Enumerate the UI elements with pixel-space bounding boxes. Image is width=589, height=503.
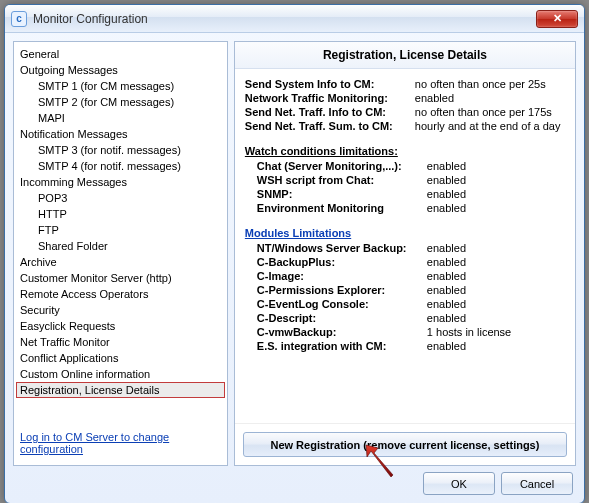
tree-item[interactable]: Security: [16, 302, 225, 318]
setting-label: C-Image:: [245, 270, 427, 282]
tree-item[interactable]: Notification Messages: [16, 126, 225, 142]
setting-value: enabled: [427, 160, 565, 172]
modules-group: NT/Windows Server Backup:enabledC-Backup…: [245, 241, 565, 353]
setting-row: C-Image:enabled: [245, 269, 565, 283]
setting-label: Environment Monitoring: [245, 202, 427, 214]
setting-row: SNMP:enabled: [245, 187, 565, 201]
setting-value: no often than once per 175s: [415, 106, 565, 118]
setting-row: C-EventLog Console:enabled: [245, 297, 565, 311]
main-settings-group: Send System Info to CM:no often than onc…: [245, 77, 565, 133]
tree-item[interactable]: Conflict Applications: [16, 350, 225, 366]
nav-tree[interactable]: GeneralOutgoing MessagesSMTP 1 (for CM m…: [13, 41, 228, 466]
close-button[interactable]: ✕: [536, 10, 578, 28]
setting-label: Send Net. Traff. Info to CM:: [245, 106, 415, 118]
tree-item[interactable]: Shared Folder: [16, 238, 225, 254]
setting-value: 1 hosts in license: [427, 326, 565, 338]
setting-value: enabled: [427, 174, 565, 186]
tree-item[interactable]: HTTP: [16, 206, 225, 222]
setting-label: Send Net. Traff. Sum. to CM:: [245, 120, 415, 132]
setting-row: Send System Info to CM:no often than onc…: [245, 77, 565, 91]
tree-item[interactable]: Remote Access Operators: [16, 286, 225, 302]
setting-label: C-EventLog Console:: [245, 298, 427, 310]
tree-item[interactable]: Outgoing Messages: [16, 62, 225, 78]
setting-row: Send Net. Traff. Sum. to CM:hourly and a…: [245, 119, 565, 133]
tree-item[interactable]: MAPI: [16, 110, 225, 126]
setting-label: NT/Windows Server Backup:: [245, 242, 427, 254]
titlebar[interactable]: c Monitor Configuration ✕: [5, 5, 584, 33]
setting-row: C-Permissions Explorer:enabled: [245, 283, 565, 297]
tree-item[interactable]: FTP: [16, 222, 225, 238]
tree-item[interactable]: Archive: [16, 254, 225, 270]
tree-item[interactable]: SMTP 3 (for notif. messages): [16, 142, 225, 158]
setting-row: C-Descript:enabled: [245, 311, 565, 325]
setting-label: C-vmwBackup:: [245, 326, 427, 338]
watch-conditions-heading: Watch conditions limitations:: [245, 145, 565, 157]
tree-item[interactable]: Easyclick Requests: [16, 318, 225, 334]
tree-item[interactable]: General: [16, 46, 225, 62]
config-server-link[interactable]: Log in to CM Server to change configurat…: [16, 425, 225, 461]
split-panes: GeneralOutgoing MessagesSMTP 1 (for CM m…: [13, 41, 576, 466]
setting-row: NT/Windows Server Backup:enabled: [245, 241, 565, 255]
setting-value: hourly and at the end of a day: [415, 120, 565, 132]
setting-row: C-BackupPlus:enabled: [245, 255, 565, 269]
detail-title: Registration, License Details: [235, 42, 575, 69]
setting-value: enabled: [427, 270, 565, 282]
setting-label: Send System Info to CM:: [245, 78, 415, 90]
modules-limitations-heading[interactable]: Modules Limitations: [245, 227, 565, 239]
window-title: Monitor Configuration: [33, 12, 536, 26]
client-area: GeneralOutgoing MessagesSMTP 1 (for CM m…: [5, 33, 584, 503]
setting-value: enabled: [415, 92, 565, 104]
setting-value: enabled: [427, 202, 565, 214]
tree-item[interactable]: SMTP 1 (for CM messages): [16, 78, 225, 94]
dialog-button-bar: OK Cancel: [13, 472, 576, 495]
setting-value: enabled: [427, 242, 565, 254]
cancel-button[interactable]: Cancel: [501, 472, 573, 495]
setting-value: enabled: [427, 340, 565, 352]
setting-value: enabled: [427, 188, 565, 200]
setting-label: C-Permissions Explorer:: [245, 284, 427, 296]
setting-row: E.S. integration with CM:enabled: [245, 339, 565, 353]
tree-item[interactable]: Customer Monitor Server (http): [16, 270, 225, 286]
dialog-window: c Monitor Configuration ✕ GeneralOutgoin…: [4, 4, 585, 503]
setting-value: enabled: [427, 312, 565, 324]
tree-item[interactable]: Registration, License Details: [16, 382, 225, 398]
app-icon: c: [11, 11, 27, 27]
setting-value: no often than once per 25s: [415, 78, 565, 90]
setting-label: C-Descript:: [245, 312, 427, 324]
setting-label: WSH script from Chat:: [245, 174, 427, 186]
setting-value: enabled: [427, 256, 565, 268]
setting-value: enabled: [427, 298, 565, 310]
tree-item[interactable]: Custom Online information: [16, 366, 225, 382]
new-registration-button[interactable]: New Registration (remove current license…: [243, 432, 567, 457]
setting-label: E.S. integration with CM:: [245, 340, 427, 352]
setting-row: Chat (Server Monitoring,...):enabled: [245, 159, 565, 173]
setting-row: C-vmwBackup:1 hosts in license: [245, 325, 565, 339]
detail-panel: Registration, License Details Send Syste…: [234, 41, 576, 466]
setting-row: WSH script from Chat:enabled: [245, 173, 565, 187]
setting-label: Network Traffic Monitoring:: [245, 92, 415, 104]
setting-label: Chat (Server Monitoring,...):: [245, 160, 427, 172]
setting-label: C-BackupPlus:: [245, 256, 427, 268]
setting-value: enabled: [427, 284, 565, 296]
ok-button[interactable]: OK: [423, 472, 495, 495]
setting-row: Network Traffic Monitoring:enabled: [245, 91, 565, 105]
tree-item[interactable]: POP3: [16, 190, 225, 206]
tree-item[interactable]: SMTP 2 (for CM messages): [16, 94, 225, 110]
setting-row: Send Net. Traff. Info to CM:no often tha…: [245, 105, 565, 119]
detail-body: Send System Info to CM:no often than onc…: [235, 69, 575, 423]
detail-footer: New Registration (remove current license…: [235, 423, 575, 465]
close-icon: ✕: [553, 12, 562, 25]
tree-item[interactable]: SMTP 4 (for notif. messages): [16, 158, 225, 174]
setting-row: Environment Monitoringenabled: [245, 201, 565, 215]
tree-item[interactable]: Net Traffic Monitor: [16, 334, 225, 350]
setting-label: SNMP:: [245, 188, 427, 200]
tree-item[interactable]: Incomming Messages: [16, 174, 225, 190]
watch-conditions-group: Chat (Server Monitoring,...):enabledWSH …: [245, 159, 565, 215]
